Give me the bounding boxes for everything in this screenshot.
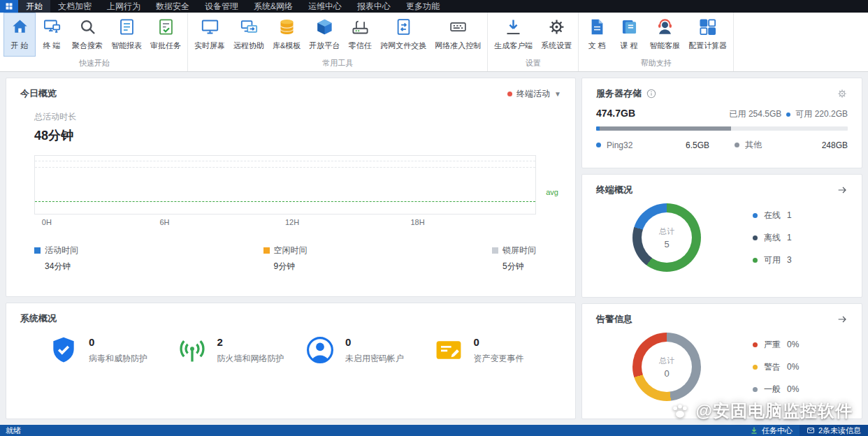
ribbon-button-zero-trust[interactable]: 零信任 [344, 13, 376, 57]
ribbon-button-label: 聚合搜索 [72, 41, 103, 51]
ribbon-button-terminal[interactable]: 终 端 [36, 13, 68, 57]
legend-value: 34分钟 [45, 261, 78, 272]
ribbon-button-open-platform[interactable]: 开放平台 [305, 13, 344, 57]
system-metric-item[interactable]: 0病毒和威胁防护 [48, 335, 177, 365]
status-ready-text: 就绪 [6, 426, 21, 436]
ribbon-button-file-exchange[interactable]: 跨网文件交换 [376, 13, 431, 57]
legend-color-swatch [263, 247, 270, 254]
system-metric-label: 防火墙和网络防护 [217, 353, 284, 365]
ribbon-button-realtime-screen[interactable]: 实时屏幕 [190, 13, 229, 57]
legend-dot-icon [753, 213, 758, 218]
ribbon-button-approval[interactable]: 审批任务 [146, 13, 185, 57]
firewall-signal-icon [177, 335, 208, 365]
menu-tab-3[interactable]: 数据安全 [148, 0, 197, 13]
ribbon-toolbar: 开 始终 端聚合搜索智能报表审批任务快速开始实时屏幕远程协助库&模板开放平台零信… [0, 13, 868, 72]
storage-used: 已用 254.5GB [730, 108, 782, 120]
ribbon-button-label: 配置计算器 [688, 41, 727, 51]
ribbon-button-smart-service[interactable]: 智能客服 [645, 13, 684, 57]
arrow-right-icon[interactable] [837, 184, 848, 196]
ribbon-button-label: 库&模板 [273, 41, 301, 51]
gear-icon [547, 17, 566, 36]
calculator-icon [698, 17, 717, 36]
donut-legend-item: 可用3 [753, 254, 792, 266]
ribbon-button-calculator[interactable]: 配置计算器 [684, 13, 731, 57]
report-icon [117, 17, 136, 36]
chevron-down-icon: ▼ [554, 90, 561, 98]
breakdown-value: 6.5GB [686, 140, 709, 150]
info-icon[interactable] [646, 88, 657, 99]
donut-total-value: 0 [664, 368, 669, 379]
ribbon-button-label: 网络准入控制 [435, 41, 481, 51]
donut-legend-item: 一般0% [753, 384, 799, 395]
menu-tab-5[interactable]: 系统&网络 [246, 0, 301, 13]
storage-total: 474.7GB [596, 108, 635, 119]
storage-bar-segment [600, 126, 731, 131]
card-title: 告警信息 [596, 313, 632, 326]
donut-legend-label: 警告 [764, 361, 781, 373]
ribbon-button-course[interactable]: 课 程 [613, 13, 645, 57]
donut-legend-item: 在线1 [753, 210, 792, 221]
ribbon-button-report[interactable]: 智能报表 [107, 13, 146, 57]
chart-legend: 活动时间34分钟空闲时间9分钟锁屏时间5分钟 [34, 245, 536, 272]
donut-legend-label: 一般 [764, 384, 781, 395]
alert-donut-chart: 总计 0 [632, 333, 701, 401]
average-line-label: avg [546, 188, 558, 196]
system-metric-item[interactable]: 2防火墙和网络防护 [177, 335, 305, 365]
unread-messages-button[interactable]: 2条未读信息 [800, 425, 868, 436]
activity-filter-dropdown[interactable]: 终端活动 ▼ [507, 88, 561, 100]
menu-tab-4[interactable]: 设备管理 [197, 0, 246, 13]
legend-dot-icon [753, 387, 758, 392]
ribbon-button-label: 实时屏幕 [194, 41, 225, 51]
breakdown-label: Ping32 [607, 140, 632, 150]
donut-legend-value: 1 [787, 210, 792, 220]
menu-tab-2[interactable]: 上网行为 [99, 0, 148, 13]
ribbon-button-label: 智能报表 [111, 41, 142, 51]
x-axis-tick: 0H [42, 218, 52, 226]
ribbon-button-gen-client[interactable]: 生成客户端 [490, 13, 537, 57]
ribbon-button-remote-assist[interactable]: 远程协助 [229, 13, 268, 57]
terminal-overview-card: 终端概况 总计 5 在线1离线1可用3 [581, 174, 862, 298]
menu-tab-6[interactable]: 运维中心 [301, 0, 349, 13]
x-axis-tick: 12H [285, 218, 299, 226]
legend-value: 5分钟 [502, 261, 536, 272]
course-icon [620, 17, 639, 36]
ribbon-button-label: 系统设置 [541, 41, 572, 51]
legend-color-swatch [492, 247, 498, 254]
storage-settings-gear-icon[interactable] [837, 88, 848, 99]
terminal-donut-chart: 总计 5 [632, 203, 701, 272]
today-overview-card: 今日概览 终端活动 ▼ 总活动时长 48分钟 [6, 78, 576, 297]
ribbon-button-sys-settings[interactable]: 系统设置 [537, 13, 576, 57]
legend-dot-icon [753, 365, 758, 370]
donut-legend-value: 1 [787, 233, 792, 242]
home-icon [10, 17, 29, 36]
ribbon-button-search[interactable]: 聚合搜索 [68, 13, 107, 57]
donut-total-label: 总计 [659, 356, 674, 366]
ribbon-button-label: 审批任务 [150, 41, 181, 51]
legend-label: 锁屏时间 [502, 245, 536, 256]
screen-icon [201, 17, 219, 36]
ribbon-button-network-access[interactable]: 网络准入控制 [431, 13, 485, 57]
arrow-right-icon[interactable] [837, 314, 848, 325]
ribbon-button-start[interactable]: 开 始 [3, 13, 36, 57]
total-activity-label: 总活动时长 [34, 111, 575, 123]
search-icon [78, 17, 97, 36]
total-activity-value: 48分钟 [34, 127, 575, 144]
donut-legend-item: 严重0% [753, 339, 799, 351]
chart-x-axis: 0H6H12H18H [34, 217, 536, 228]
ribbon-group-1: 实时屏幕远程协助库&模板开放平台零信任跨网文件交换网络准入控制常用工具 [188, 13, 488, 71]
terminal-monitor-icon [43, 17, 62, 36]
breakdown-dot-icon [735, 143, 739, 147]
menu-tab-1[interactable]: 文档加密 [50, 0, 99, 13]
system-metric-item[interactable]: 0未启用密码帐户 [305, 335, 433, 365]
ribbon-group-label: 帮助支持 [581, 57, 731, 71]
service-icon [656, 17, 674, 36]
task-center-button[interactable]: 任务中心 [743, 425, 800, 436]
app-menu-icon[interactable] [0, 0, 18, 13]
ribbon-button-library[interactable]: 库&模板 [268, 13, 305, 57]
menu-tab-8[interactable]: 更多功能 [398, 0, 447, 13]
menu-tab-0[interactable]: 开始 [18, 0, 50, 13]
ribbon-button-docs[interactable]: 文 档 [581, 13, 613, 57]
system-metric-item[interactable]: 0资产变更事件 [433, 335, 562, 365]
menu-tab-7[interactable]: 报表中心 [349, 0, 398, 13]
donut-legend-label: 离线 [764, 232, 781, 244]
